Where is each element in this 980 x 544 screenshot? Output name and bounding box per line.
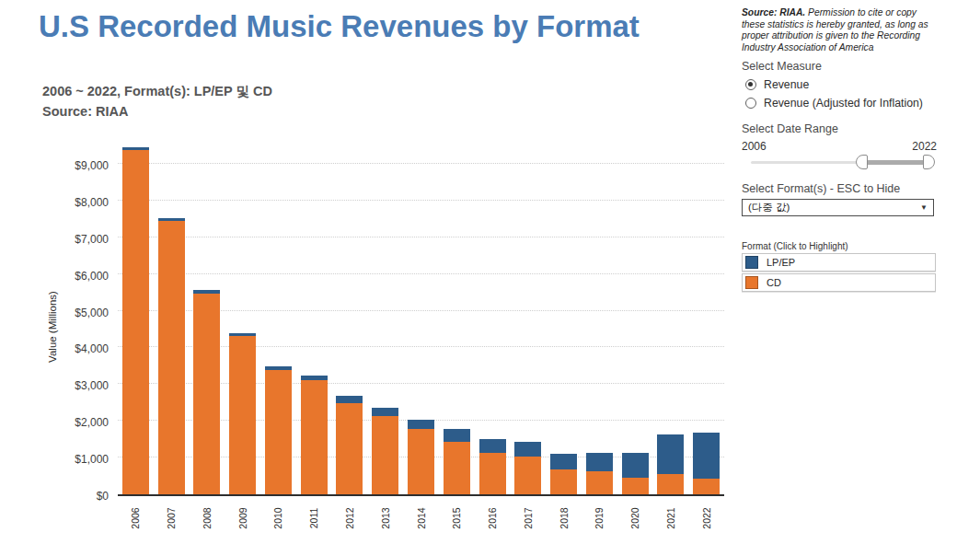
select-format-label: Select Format(s) - ESC to Hide [742, 182, 937, 195]
y-tick-label: $3,000 [28, 379, 109, 392]
bar-2020[interactable] [617, 453, 653, 494]
x-tick-label: 2017 [523, 507, 534, 528]
bar-2022[interactable] [688, 433, 724, 494]
lpep-segment[interactable] [657, 434, 684, 475]
bar-2015[interactable] [439, 429, 475, 494]
select-date-range-label: Select Date Range [742, 122, 937, 135]
y-tick-label: $4,000 [28, 342, 109, 355]
x-tick-label: 2008 [202, 507, 213, 528]
source-attribution: Source: RIAA. Permission to cite or copy… [742, 7, 937, 53]
y-tick-label: $1,000 [28, 453, 109, 466]
y-axis-ticks: $0$1,000$2,000$3,000$4,000$5,000$6,000$7… [28, 0, 109, 544]
bar-2014[interactable] [403, 420, 439, 494]
date-range-slider[interactable] [751, 155, 934, 170]
cd-segment[interactable] [622, 478, 649, 494]
bar-series [118, 145, 724, 494]
x-tick-label: 2010 [272, 507, 283, 528]
x-tick-label: 2020 [629, 507, 640, 528]
bar-2012[interactable] [332, 396, 368, 494]
cd-segment[interactable] [122, 150, 149, 494]
bar-2006[interactable] [118, 147, 154, 494]
lpep-segment[interactable] [479, 439, 506, 453]
lpep-color-swatch-icon [745, 256, 758, 269]
control-panel: Source: RIAA. Permission to cite or copy… [742, 7, 937, 292]
radio-button-icon[interactable] [745, 98, 756, 109]
format-dropdown[interactable]: (다중 값) ▼ [742, 199, 934, 216]
y-tick-label: $2,000 [28, 416, 109, 429]
x-tick-label: 2015 [451, 507, 462, 528]
slider-min-value: 2006 [742, 140, 767, 153]
x-tick-label: 2009 [237, 507, 248, 528]
lpep-segment[interactable] [622, 453, 649, 479]
lpep-segment[interactable] [550, 454, 577, 469]
cd-color-swatch-icon [745, 276, 758, 289]
radio-label: Revenue (Adjusted for Inflation) [764, 97, 923, 110]
y-tick-label: $6,000 [28, 270, 109, 283]
cd-segment[interactable] [229, 336, 256, 494]
slider-handle-left[interactable] [856, 155, 868, 169]
x-axis-label-cell: 2014 [403, 500, 439, 537]
cd-segment[interactable] [336, 403, 363, 494]
cd-segment[interactable] [408, 429, 434, 494]
cd-segment[interactable] [444, 442, 470, 494]
x-tick-label: 2007 [166, 507, 177, 528]
x-tick-label: 2013 [380, 507, 391, 528]
bar-2019[interactable] [582, 453, 617, 494]
cd-segment[interactable] [586, 471, 613, 494]
radio-option-revenue[interactable]: Revenue [742, 78, 937, 91]
x-axis-label-cell: 2012 [332, 500, 368, 537]
slider-selected-range[interactable] [862, 160, 928, 165]
bar-2011[interactable] [296, 376, 332, 494]
legend-title: Format (Click to Highlight) [742, 241, 937, 251]
lpep-segment[interactable] [693, 433, 720, 479]
x-axis-label-cell: 2013 [367, 500, 403, 537]
cd-segment[interactable] [158, 221, 185, 494]
x-tick-label: 2011 [308, 508, 319, 529]
bar-2013[interactable] [367, 408, 403, 494]
cd-segment[interactable] [657, 474, 684, 494]
x-axis-label-cell: 2007 [154, 500, 190, 537]
x-axis-labels: 2006200720082009201020112012201320142015… [118, 500, 724, 537]
source-attribution-bold: Source: RIAA. [742, 7, 805, 17]
bar-2018[interactable] [546, 454, 582, 494]
legend-item-lpep[interactable]: LP/EP [742, 253, 936, 272]
cd-segment[interactable] [265, 370, 292, 494]
bar-2008[interactable] [190, 290, 225, 494]
lpep-segment[interactable] [444, 429, 470, 443]
cd-segment[interactable] [693, 479, 720, 494]
x-axis-label-cell: 2009 [225, 500, 260, 537]
cd-segment[interactable] [479, 453, 506, 494]
plot-area [118, 145, 724, 496]
x-axis-label-cell: 2011 [296, 500, 332, 537]
bar-2007[interactable] [154, 218, 190, 494]
bar-2010[interactable] [260, 366, 296, 494]
radio-button-icon[interactable] [745, 79, 756, 90]
x-axis-label-cell: 2017 [510, 500, 546, 537]
cd-segment[interactable] [372, 416, 398, 494]
lpep-segment[interactable] [408, 420, 434, 428]
x-axis-label-cell: 2010 [260, 500, 296, 537]
bar-2009[interactable] [225, 333, 260, 494]
bar-2021[interactable] [652, 434, 688, 494]
y-tick-label: $9,000 [28, 159, 109, 172]
x-axis-label-cell: 2021 [652, 500, 688, 537]
x-tick-label: 2006 [130, 507, 141, 528]
lpep-segment[interactable] [514, 442, 541, 457]
cd-segment[interactable] [514, 457, 541, 494]
lpep-segment[interactable] [586, 453, 613, 471]
x-tick-label: 2021 [665, 507, 676, 528]
radio-option-revenue-inflation[interactable]: Revenue (Adjusted for Inflation) [742, 97, 937, 110]
cd-segment[interactable] [550, 469, 577, 494]
cd-segment[interactable] [301, 380, 328, 494]
lpep-segment[interactable] [372, 408, 398, 416]
x-axis-label-cell: 2006 [118, 500, 154, 537]
bar-2017[interactable] [510, 442, 546, 494]
slider-handle-right[interactable] [923, 155, 935, 169]
legend-item-cd[interactable]: CD [742, 273, 936, 292]
bar-2016[interactable] [475, 439, 511, 494]
chevron-down-icon: ▼ [920, 203, 928, 212]
radio-label: Revenue [764, 78, 809, 91]
x-tick-label: 2019 [594, 507, 605, 528]
cd-segment[interactable] [193, 294, 220, 494]
lpep-segment[interactable] [336, 396, 363, 403]
